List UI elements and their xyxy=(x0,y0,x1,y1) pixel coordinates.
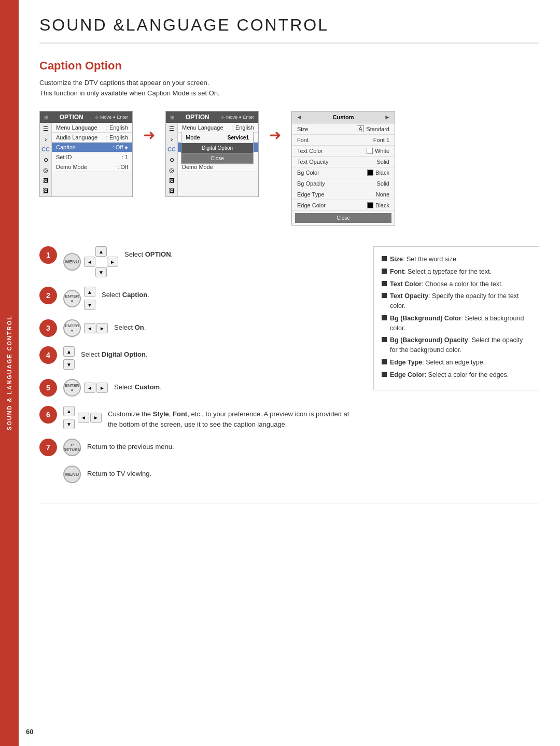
down-key-6[interactable]: ▼ xyxy=(63,419,75,429)
lr-keys-6: ◄ ► xyxy=(78,413,102,423)
option-box-1: ⊞ OPTION ⊹ Move ● Enter ☰ ♪ CC ⊙ ◎ 🖼 🖼 M… xyxy=(39,111,133,197)
icon-items-1: ☰ ♪ CC ⊙ ◎ 🖼 🖼 xyxy=(40,123,52,196)
updown-keys-4: ▲ ▼ xyxy=(63,346,75,370)
up-key-6[interactable]: ▲ xyxy=(63,406,75,416)
step-num-2: 2 xyxy=(39,287,57,304)
step-8-icons: MENU xyxy=(63,466,81,483)
option-box-2-wrapper: ⊞ OPTION ⊹ Move ● Enter ☰ ♪ CC ⊙ ◎ 🖼 🖼 xyxy=(165,111,259,197)
steps-left: 1 MENU ▲ ◄ ► ▼ xyxy=(39,246,358,492)
step-5-icons: ENTER● ◄ ► xyxy=(63,379,108,397)
step-5-text: Select Custom. xyxy=(114,379,162,392)
right-list-edge-type: Edge Type: Select an edge type. xyxy=(382,358,531,368)
icon-demo: ◎ xyxy=(42,166,49,174)
option-row-caption: Caption : Off ● xyxy=(52,143,132,152)
caption-close-btn[interactable]: Close xyxy=(295,213,391,223)
caption-row-size: Size A Standard xyxy=(292,123,395,135)
enter-button-3[interactable]: ENTER● xyxy=(63,319,81,337)
caption-row-bg-opacity: Bg Opacity Solid xyxy=(292,178,395,189)
steps-section: 1 MENU ▲ ◄ ► ▼ xyxy=(39,246,539,492)
option-content-1: ☰ ♪ CC ⊙ ◎ 🖼 🖼 Menu Language : English A… xyxy=(40,123,132,196)
option-header-2: ⊞ OPTION ⊹ Move ● Enter xyxy=(166,111,258,123)
caption-nav-value: Custom xyxy=(333,114,354,120)
modal-digital-btn[interactable]: Digital Option xyxy=(181,143,253,153)
step-num-3: 3 xyxy=(39,319,57,337)
left-key-5[interactable]: ◄ xyxy=(84,383,95,393)
down-key-1[interactable]: ▼ xyxy=(95,267,107,277)
menu-button-8[interactable]: MENU xyxy=(63,466,81,483)
caption-row-text-color: Text Color White xyxy=(292,146,395,157)
menu-button-1[interactable]: MENU xyxy=(63,253,81,271)
bg-color-box xyxy=(367,170,373,176)
right-key-3[interactable]: ► xyxy=(96,323,108,333)
bullet-edge-color xyxy=(382,372,387,377)
steps-right-panel: Size: Set the word size. Font: Select a … xyxy=(373,246,539,390)
option-header-1: ⊞ OPTION ⊹ Move ● Enter xyxy=(40,111,132,123)
left-key-1[interactable]: ◄ xyxy=(84,257,95,267)
step-8: MENU Return to TV viewing. xyxy=(39,466,358,483)
right-key-6[interactable]: ► xyxy=(90,413,102,423)
up-key-4[interactable]: ▲ xyxy=(63,346,75,357)
bullet-bg-opacity xyxy=(382,337,387,342)
icon-setid: ⊙ xyxy=(42,156,49,163)
caption-nav-left[interactable]: ◄ xyxy=(296,114,302,121)
arrow-2: ➜ xyxy=(269,111,281,144)
step-3-icons: ENTER● ◄ ► xyxy=(63,319,108,337)
bullet-size xyxy=(382,256,387,261)
step-3-text: Select On. xyxy=(114,319,146,333)
right-list-edge-color: Edge Color: Select a color for the edges… xyxy=(382,370,531,380)
right-list-text-opacity: Text Opacity: Specify the opacity for th… xyxy=(382,291,531,311)
left-key-6[interactable]: ◄ xyxy=(78,413,89,423)
step-num-5: 5 xyxy=(39,379,57,397)
enter-button-5[interactable]: ENTER● xyxy=(63,379,81,397)
bullet-edge-type xyxy=(382,359,387,364)
caption-panel-header: ◄ Custom ► xyxy=(292,111,395,123)
icon-audio: ♪ xyxy=(42,135,49,143)
arrow-keys-1: ▲ ◄ ► ▼ xyxy=(84,246,118,277)
option-row-audio-lang: Audio Language : English xyxy=(52,133,132,143)
updown-keys-2: ▲ ▼ xyxy=(84,287,95,310)
arrow-1: ➜ xyxy=(143,111,155,144)
right-key-1[interactable]: ► xyxy=(107,257,118,267)
left-key-3[interactable]: ◄ xyxy=(84,323,95,333)
icon-menu: ☰ xyxy=(42,125,49,132)
bullet-bg-color xyxy=(382,315,387,320)
lr-keys-5: ◄ ► xyxy=(84,383,108,393)
bullet-font xyxy=(382,269,387,274)
bullet-text-opacity xyxy=(382,293,387,298)
sidebar: Sound & Language Control xyxy=(0,0,19,746)
page-title: SOUND &LANGUAGE CONTROL xyxy=(39,16,539,44)
option-row-menu-lang: Menu Language : English xyxy=(52,123,132,133)
right-key-5[interactable]: ► xyxy=(96,383,108,393)
caption-nav-right[interactable]: ► xyxy=(384,114,390,121)
step-7: 7 ↩RETURN Return to the previous menu. xyxy=(39,439,358,456)
step-6: 6 ▲ ▼ ◄ ► Customize the Style, Font, etc… xyxy=(39,406,358,429)
sidebar-label: Sound & Language Control xyxy=(6,315,12,430)
step-8-text: Return to TV viewing. xyxy=(87,466,151,479)
up-key-2[interactable]: ▲ xyxy=(84,287,95,297)
description: Customize the DTV captions that appear o… xyxy=(39,78,539,98)
return-button[interactable]: ↩RETURN xyxy=(63,439,81,456)
caption-row-font: Font Font 1 xyxy=(292,135,395,146)
down-key-2[interactable]: ▼ xyxy=(84,300,95,310)
step-2-icons: ENTER● ▲ ▼ xyxy=(63,287,95,310)
step-1-text: Select OPTION. xyxy=(124,246,173,260)
step-1: 1 MENU ▲ ◄ ► ▼ xyxy=(39,246,358,277)
right-list-bg-opacity: Bg (Background) Opacity: Select the opac… xyxy=(382,335,531,355)
caption-row-text-opacity: Text Opacity Solid xyxy=(292,157,395,167)
step-num-1: 1 xyxy=(39,246,57,264)
step-4: 4 ▲ ▼ Select Digital Option. xyxy=(39,346,358,370)
caption-modal: Mode Service1 Digital Option Close xyxy=(181,132,254,164)
enter-button-2[interactable]: ENTER● xyxy=(63,290,81,307)
step-6-icons: ▲ ▼ ◄ ► xyxy=(63,406,102,429)
step-7-icons: ↩RETURN xyxy=(63,439,81,456)
step-6-text: Customize the Style, Font, etc., to your… xyxy=(108,406,358,429)
up-key-1[interactable]: ▲ xyxy=(95,246,107,257)
spacer2 xyxy=(178,172,258,188)
step-7-text: Return to the previous menu. xyxy=(87,439,174,452)
step-num-6: 6 xyxy=(39,406,57,424)
caption-row-bg-color: Bg Color Black xyxy=(292,167,395,178)
modal-close-btn[interactable]: Close xyxy=(181,153,253,164)
down-key-4[interactable]: ▼ xyxy=(63,359,75,370)
right-list-size: Size: Set the word size. xyxy=(382,255,531,264)
step-4-icons: ▲ ▼ xyxy=(63,346,75,370)
